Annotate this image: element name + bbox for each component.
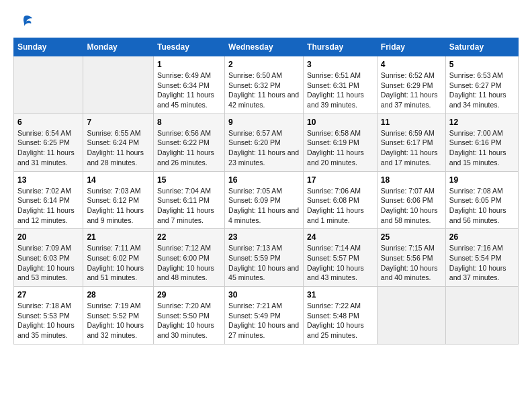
day-info: Sunrise: 6:52 AM Sunset: 6:29 PM Dayligh…	[381, 71, 442, 110]
calendar-cell: 1Sunrise: 6:49 AM Sunset: 6:34 PM Daylig…	[154, 56, 225, 114]
day-info: Sunrise: 7:11 AM Sunset: 6:02 PM Dayligh…	[87, 243, 150, 283]
calendar-cell: 24Sunrise: 7:14 AM Sunset: 5:57 PM Dayli…	[304, 229, 378, 287]
day-number: 13	[17, 175, 79, 185]
day-header-tuesday: Tuesday	[154, 38, 225, 56]
calendar-cell: 25Sunrise: 7:15 AM Sunset: 5:56 PM Dayli…	[377, 229, 445, 287]
day-info: Sunrise: 7:13 AM Sunset: 5:59 PM Dayligh…	[228, 243, 300, 283]
day-info: Sunrise: 6:49 AM Sunset: 6:34 PM Dayligh…	[157, 71, 221, 110]
week-row-5: 27Sunrise: 7:18 AM Sunset: 5:53 PM Dayli…	[14, 287, 519, 345]
calendar-cell: 9Sunrise: 6:57 AM Sunset: 6:20 PM Daylig…	[225, 113, 304, 171]
page-header	[13, 13, 519, 31]
day-info: Sunrise: 7:07 AM Sunset: 6:06 PM Dayligh…	[381, 186, 442, 226]
calendar-cell: 30Sunrise: 7:21 AM Sunset: 5:49 PM Dayli…	[225, 287, 304, 345]
day-number: 11	[381, 118, 442, 127]
day-info: Sunrise: 6:57 AM Sunset: 6:20 PM Dayligh…	[228, 128, 300, 168]
day-info: Sunrise: 6:58 AM Sunset: 6:19 PM Dayligh…	[307, 128, 373, 168]
day-number: 10	[307, 118, 373, 127]
day-info: Sunrise: 7:05 AM Sunset: 6:09 PM Dayligh…	[228, 186, 300, 226]
day-header-friday: Friday	[377, 38, 445, 56]
day-number: 23	[228, 232, 300, 242]
day-info: Sunrise: 6:53 AM Sunset: 6:27 PM Dayligh…	[449, 71, 515, 110]
calendar-cell: 28Sunrise: 7:19 AM Sunset: 5:52 PM Dayli…	[83, 287, 154, 345]
day-number: 19	[449, 175, 515, 185]
day-number: 1	[157, 60, 221, 69]
day-number: 7	[87, 118, 150, 127]
calendar-cell: 19Sunrise: 7:08 AM Sunset: 6:05 PM Dayli…	[445, 171, 518, 229]
day-number: 31	[307, 290, 373, 300]
calendar-cell: 16Sunrise: 7:05 AM Sunset: 6:09 PM Dayli…	[225, 171, 304, 229]
week-row-2: 6Sunrise: 6:54 AM Sunset: 6:25 PM Daylig…	[14, 113, 519, 171]
logo-bird-icon	[15, 13, 34, 32]
calendar-cell: 21Sunrise: 7:11 AM Sunset: 6:02 PM Dayli…	[83, 229, 154, 287]
day-info: Sunrise: 7:14 AM Sunset: 5:57 PM Dayligh…	[307, 243, 373, 283]
calendar-cell: 18Sunrise: 7:07 AM Sunset: 6:06 PM Dayli…	[377, 171, 445, 229]
calendar-cell: 2Sunrise: 6:50 AM Sunset: 6:32 PM Daylig…	[225, 56, 304, 114]
day-header-saturday: Saturday	[445, 38, 518, 56]
calendar-cell: 10Sunrise: 6:58 AM Sunset: 6:19 PM Dayli…	[304, 113, 378, 171]
calendar-cell: 7Sunrise: 6:55 AM Sunset: 6:24 PM Daylig…	[83, 113, 154, 171]
day-header-monday: Monday	[83, 38, 154, 56]
week-row-3: 13Sunrise: 7:02 AM Sunset: 6:14 PM Dayli…	[14, 171, 519, 229]
day-number: 12	[449, 118, 515, 127]
day-header-sunday: Sunday	[14, 38, 83, 56]
day-number: 16	[228, 175, 300, 185]
day-header-wednesday: Wednesday	[225, 38, 304, 56]
day-info: Sunrise: 7:18 AM Sunset: 5:53 PM Dayligh…	[17, 301, 79, 340]
day-info: Sunrise: 7:06 AM Sunset: 6:08 PM Dayligh…	[307, 186, 373, 226]
calendar-cell	[445, 287, 518, 345]
calendar-cell: 31Sunrise: 7:22 AM Sunset: 5:48 PM Dayli…	[304, 287, 378, 345]
day-info: Sunrise: 7:08 AM Sunset: 6:05 PM Dayligh…	[449, 186, 515, 226]
calendar-cell: 12Sunrise: 7:00 AM Sunset: 6:16 PM Dayli…	[445, 113, 518, 171]
calendar-cell: 6Sunrise: 6:54 AM Sunset: 6:25 PM Daylig…	[14, 113, 83, 171]
calendar-table: SundayMondayTuesdayWednesdayThursdayFrid…	[13, 38, 519, 345]
day-info: Sunrise: 7:04 AM Sunset: 6:11 PM Dayligh…	[157, 186, 221, 226]
calendar-cell	[83, 56, 154, 114]
calendar-cell: 5Sunrise: 6:53 AM Sunset: 6:27 PM Daylig…	[445, 56, 518, 114]
day-number: 22	[157, 232, 221, 242]
day-number: 18	[381, 175, 442, 185]
logo	[13, 13, 34, 31]
day-info: Sunrise: 7:22 AM Sunset: 5:48 PM Dayligh…	[307, 301, 373, 340]
day-info: Sunrise: 6:51 AM Sunset: 6:31 PM Dayligh…	[307, 71, 373, 110]
day-number: 6	[17, 118, 79, 127]
day-number: 9	[228, 118, 300, 127]
calendar-cell: 8Sunrise: 6:56 AM Sunset: 6:22 PM Daylig…	[154, 113, 225, 171]
day-number: 20	[17, 232, 79, 242]
day-number: 26	[449, 232, 515, 242]
calendar-cell: 15Sunrise: 7:04 AM Sunset: 6:11 PM Dayli…	[154, 171, 225, 229]
calendar-cell: 14Sunrise: 7:03 AM Sunset: 6:12 PM Dayli…	[83, 171, 154, 229]
calendar-cell: 17Sunrise: 7:06 AM Sunset: 6:08 PM Dayli…	[304, 171, 378, 229]
day-number: 27	[17, 290, 79, 300]
day-number: 14	[87, 175, 150, 185]
day-info: Sunrise: 7:21 AM Sunset: 5:49 PM Dayligh…	[228, 301, 300, 340]
day-info: Sunrise: 7:15 AM Sunset: 5:56 PM Dayligh…	[381, 243, 442, 283]
day-info: Sunrise: 7:19 AM Sunset: 5:52 PM Dayligh…	[87, 301, 150, 340]
day-info: Sunrise: 7:20 AM Sunset: 5:50 PM Dayligh…	[157, 301, 221, 340]
day-info: Sunrise: 7:00 AM Sunset: 6:16 PM Dayligh…	[449, 128, 515, 168]
calendar-cell: 22Sunrise: 7:12 AM Sunset: 6:00 PM Dayli…	[154, 229, 225, 287]
day-number: 15	[157, 175, 221, 185]
calendar-cell: 29Sunrise: 7:20 AM Sunset: 5:50 PM Dayli…	[154, 287, 225, 345]
day-number: 24	[307, 232, 373, 242]
day-number: 8	[157, 118, 221, 127]
calendar-cell: 11Sunrise: 6:59 AM Sunset: 6:17 PM Dayli…	[377, 113, 445, 171]
calendar-cell: 23Sunrise: 7:13 AM Sunset: 5:59 PM Dayli…	[225, 229, 304, 287]
calendar-cell	[377, 287, 445, 345]
day-number: 5	[449, 60, 515, 69]
day-info: Sunrise: 7:02 AM Sunset: 6:14 PM Dayligh…	[17, 186, 79, 226]
day-number: 2	[228, 60, 300, 69]
day-number: 21	[87, 232, 150, 242]
day-number: 4	[381, 60, 442, 69]
calendar-cell: 20Sunrise: 7:09 AM Sunset: 6:03 PM Dayli…	[14, 229, 83, 287]
calendar-cell: 3Sunrise: 6:51 AM Sunset: 6:31 PM Daylig…	[304, 56, 378, 114]
day-info: Sunrise: 7:12 AM Sunset: 6:00 PM Dayligh…	[157, 243, 221, 283]
calendar-cell: 26Sunrise: 7:16 AM Sunset: 5:54 PM Dayli…	[445, 229, 518, 287]
day-info: Sunrise: 6:59 AM Sunset: 6:17 PM Dayligh…	[381, 128, 442, 168]
week-row-1: 1Sunrise: 6:49 AM Sunset: 6:34 PM Daylig…	[14, 56, 519, 114]
day-info: Sunrise: 6:56 AM Sunset: 6:22 PM Dayligh…	[157, 128, 221, 168]
day-header-thursday: Thursday	[304, 38, 378, 56]
day-number: 30	[228, 290, 300, 300]
day-number: 17	[307, 175, 373, 185]
day-number: 25	[381, 232, 442, 242]
day-number: 28	[87, 290, 150, 300]
